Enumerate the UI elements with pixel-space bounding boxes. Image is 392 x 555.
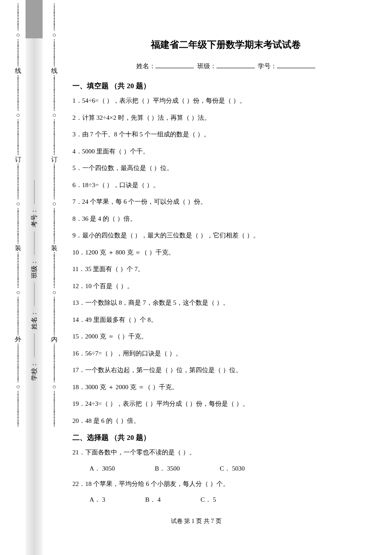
circle-icon: ○ [52,200,56,208]
option-c[interactable]: C． 5 [201,496,216,504]
option-c[interactable]: C． 5030 [220,465,245,473]
underline-icon [34,283,35,306]
dots-icon: ⁝⁝⁝⁝⁝⁝⁝⁝⁝⁝⁝⁝ [17,76,19,110]
option-b[interactable]: B． 3500 [155,465,180,473]
question-item: 1．54÷6=（ ），表示把（ ）平均分成（ ）份，每份是（ ）。 [72,96,379,106]
question-item: 8．36 是 4 的（ ）倍。 [72,214,379,224]
question-item: 3．由 7 个千、8 个十和 5 个一组成的数是（ ）。 [72,130,379,139]
option-a[interactable]: A． 3 [89,496,105,504]
dots-icon: ⁝⁝⁝⁝⁝⁝⁝⁝⁝⁝⁝⁝⁝ [17,298,19,335]
question-item: 20．48 是 6 的（ ）倍。 [72,416,379,426]
dots-icon: ⁝⁝⁝⁝⁝⁝⁝⁝⁝ [53,40,55,66]
name-label-v: 姓名： [30,310,38,330]
id-field[interactable] [277,62,315,68]
section2-header: 二、选择题 （共 20 题） [72,433,379,442]
page-footer: 试卷 第 1 页 共 7 页 [0,517,392,525]
main-content: 福建省二年级下册数学期末考试试卷 姓名： 班级： 学号： 一、填空题 （共 20… [72,38,379,510]
id-label: 学号： [258,63,277,69]
question-item: 15．2000 克 ＝（ ）千克。 [72,332,379,341]
dots-icon: ⁝⁝⁝⁝⁝⁝⁝⁝⁝⁝⁝⁝ [17,120,19,155]
question-item: 5．一个四位数，最高位是（ ）位。 [72,163,379,173]
dots-icon: ⁝⁝⁝⁝⁝⁝⁝⁝⁝ [17,40,19,66]
circle-icon: ○ [16,200,20,208]
circle-icon: ○ [16,289,20,296]
question-item: 19．24÷3=（ ），表示把（ ）平均分成（ ）份，每份是（ ）。 [72,399,379,409]
name-field[interactable] [156,62,194,68]
dots-icon: ⁝⁝⁝⁝⁝⁝⁝⁝⁝⁝⁝⁝ [17,165,19,199]
binding-column-outer: ⁝⁝⁝⁝⁝⁝⁝⁝⁝ ○ ⁝⁝⁝⁝⁝⁝⁝⁝⁝ 线 ⁝⁝⁝⁝⁝⁝⁝⁝⁝⁝⁝⁝ ○ ⁝… [9,0,28,555]
options-row: A． 3 B． 4 C． 5 [89,496,379,504]
exam-id-label: 考号： [30,208,38,227]
question-item: 6．18÷3=（ ），口诀是（ ）。 [72,180,379,190]
underline-icon [34,180,35,204]
options-row: A． 3050 B． 3500 C． 5030 [89,465,379,473]
dots-icon: ⁝⁝⁝⁝⁝⁝⁝⁝⁝⁝⁝⁝ [17,253,19,288]
question-item: 4．5000 里面有（ ）个千。 [72,147,379,156]
school-label-v: 学校： [30,361,38,381]
dots-icon: ⁝⁝⁝⁝⁝⁝⁝⁝⁝⁝⁝⁝ [53,209,55,243]
name-label: 姓名： [136,63,156,69]
dots-icon: ⁝⁝⁝⁝⁝⁝⁝⁝⁝⁝⁝⁝ [53,253,55,288]
dots-icon: ⁝⁝⁝⁝⁝⁝⁝⁝⁝⁝⁝⁝⁝ [17,344,19,382]
question-item: 10．1200 克 ＋ 800 克 ＝（ ）千克。 [72,248,379,257]
class-label: 班级： [197,63,216,69]
circle-icon: ○ [52,289,56,296]
page-title: 福建省二年级下册数学期末考试试卷 [72,38,379,51]
question-item: 13．一个数除以 8，商是 7，余数是 5，这个数是（ ）。 [72,298,379,308]
question-item: 14．49 里面最多有（ ）个 8。 [72,315,379,325]
question-item: 16．56÷7=（ ），用到的口诀是（ ）。 [72,349,379,358]
underline-icon [34,231,35,255]
dots-icon: ⁝⁝⁝⁝⁝⁝⁝⁝⁝⁝⁝⁝⁝ [53,298,55,335]
section1-header: 一、填空题 （共 20 题） [72,81,379,91]
student-info: 姓名： 班级： 学号： [72,62,379,70]
question-item: 9．最小的四位数是（ ），最大的三位数是（ ），它们相差（ ）。 [72,231,379,240]
option-b[interactable]: B． 4 [145,496,161,504]
underline-icon [34,334,35,357]
dots-icon: ⁝⁝⁝⁝⁝⁝⁝⁝⁝ [17,4,19,30]
dots-icon: ⁝⁝⁝⁝⁝⁝⁝⁝⁝⁝⁝⁝ [53,76,55,110]
binding-column-inner: ⁝⁝⁝⁝⁝⁝⁝⁝⁝ ○ ⁝⁝⁝⁝⁝⁝⁝⁝⁝ 线 ⁝⁝⁝⁝⁝⁝⁝⁝⁝⁝⁝⁝ ○ ⁝… [45,0,64,555]
dots-icon: ⁝⁝⁝⁝⁝⁝⁝⁝⁝ [53,4,55,30]
question-item: 11．35 里面有（ ）个 7。 [72,264,379,274]
question-item: 17．一个数从右边起，第一位是（ ）位，第四位是（ ）位。 [72,365,379,375]
dots-icon: ⁝⁝⁝⁝⁝⁝⁝⁝⁝⁝⁝⁝⁝ [53,344,55,382]
dots-icon: ⁝⁝⁝⁝⁝⁝⁝⁝⁝⁝⁝⁝ [17,209,19,243]
question-item: 21．下面各数中，一个零也不读的是（ ）。 [72,448,379,457]
question-item: 12．10 个百是（ ）。 [72,281,379,291]
option-a[interactable]: A． 3050 [89,465,115,473]
dots-icon: ⁝⁝⁝⁝⁝⁝⁝⁝⁝⁝⁝⁝ [53,165,55,199]
question-item: 2．计算 32÷4×2 时，先算（ ）法，再算（ ）法。 [72,113,379,123]
question-item: 7．24 个苹果，每 6 个一份，可以分成（ ）份。 [72,197,379,207]
class-field[interactable] [216,62,255,68]
circle-icon: ○ [16,112,20,119]
circle-icon: ○ [52,112,56,119]
question-item: 18．3000 克 ＋ 2000 克 ＝（ ）千克。 [72,382,379,392]
dots-icon: ⁝⁝⁝⁝⁝⁝⁝⁝⁝⁝⁝⁝ [53,392,55,426]
dots-icon: ⁝⁝⁝⁝⁝⁝⁝⁝⁝⁝⁝⁝ [17,392,19,426]
question-item: 22．18 个苹果，平均分给 6 个小朋友，每人分（ ）个。 [72,479,379,489]
class-label-v: 班级： [30,259,38,278]
binding-info-labels: 考号： 班级： 姓名： 学校： [26,0,43,555]
dots-icon: ⁝⁝⁝⁝⁝⁝⁝⁝⁝⁝⁝⁝ [53,120,55,155]
